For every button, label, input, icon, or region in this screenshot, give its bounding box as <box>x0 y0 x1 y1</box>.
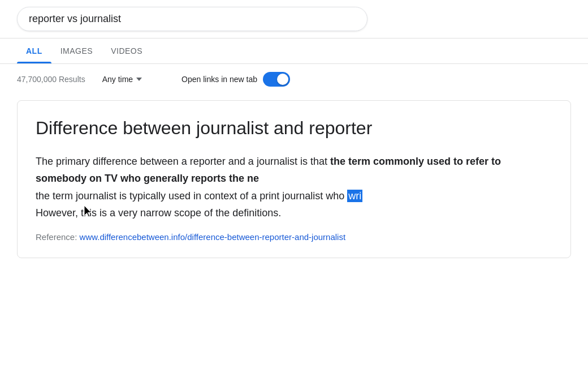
result-title: Difference between journalist and report… <box>36 117 552 140</box>
results-count: 47,700,000 Results <box>17 75 85 84</box>
tab-videos[interactable]: VIDEOS <box>102 38 152 63</box>
body-text-1: The primary difference between a reporte… <box>36 156 330 167</box>
highlight-link[interactable]: wri <box>347 190 362 202</box>
result-paragraph-3: However, this is a very narrow scope of … <box>36 204 552 222</box>
body-text-3: the term journalist is typically used in… <box>36 190 347 202</box>
result-paragraph-2: the term journalist is typically used in… <box>36 187 552 205</box>
tab-images[interactable]: IMAGES <box>51 38 102 63</box>
dropdown-arrow-icon <box>136 78 142 81</box>
open-links-label: Open links in new tab <box>181 75 257 84</box>
reference-url[interactable]: www.differencebetween.info/difference-be… <box>80 232 346 242</box>
tab-all[interactable]: ALL <box>17 38 51 63</box>
search-query-text: reporter vs journalist <box>29 13 121 25</box>
any-time-filter[interactable]: Any time <box>102 75 142 84</box>
result-paragraph-1: The primary difference between a reporte… <box>36 153 552 187</box>
search-bar-area: reporter vs journalist <box>0 0 588 38</box>
tabs-container: ALL IMAGES VIDEOS <box>0 38 588 64</box>
results-bar: 47,700,000 Results Any time Open links i… <box>0 64 588 95</box>
result-card: Difference between journalist and report… <box>17 100 571 258</box>
search-input[interactable]: reporter vs journalist <box>17 7 368 31</box>
reference-label: Reference: <box>36 232 77 242</box>
reference-line: Reference: www.differencebetween.info/di… <box>36 232 552 242</box>
toggle-thumb <box>277 74 288 85</box>
open-links-container: Open links in new tab <box>181 72 290 87</box>
result-body: The primary difference between a reporte… <box>36 153 552 222</box>
body-bold-text: the term <box>330 156 370 167</box>
toggle-track <box>263 72 290 87</box>
open-links-toggle[interactable] <box>263 72 290 87</box>
any-time-label: Any time <box>102 75 133 84</box>
